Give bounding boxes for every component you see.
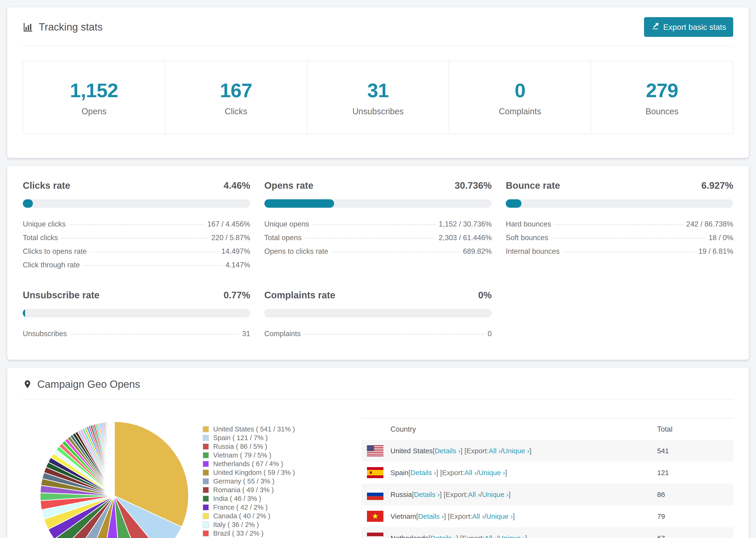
- legend-color-swatch: [203, 426, 209, 432]
- rate-value: 6.927%: [701, 180, 733, 191]
- progress-bar-fill: [264, 199, 334, 208]
- slash: /: [501, 447, 503, 455]
- stat-value: 31: [307, 79, 449, 102]
- bar-chart-icon: [23, 22, 33, 32]
- progress-bar: [23, 309, 250, 317]
- export-all-link[interactable]: All ›: [472, 512, 484, 520]
- total-cell: 86: [657, 491, 728, 499]
- legend-item: United Kingdom ( 59 / 3% ): [203, 468, 353, 477]
- geo-pie-chart: [32, 418, 196, 538]
- progress-bar-fill: [506, 199, 521, 208]
- export-unique-link[interactable]: Unique ›: [499, 534, 525, 538]
- bracket: [: [416, 512, 418, 520]
- rate-head: Complaints rate0%: [264, 290, 492, 300]
- bracket: ]: [525, 534, 527, 538]
- legend-color-swatch: [203, 469, 209, 476]
- total-cell: 121: [657, 469, 728, 477]
- table-row-vn: Vietnam [Details ›] [Export: All › / Uni…: [361, 506, 733, 527]
- rate-stat-row: Hard bounces242 / 86.738%: [506, 220, 733, 227]
- legend-color-swatch: [203, 487, 209, 493]
- legend-color-swatch: [203, 452, 209, 458]
- rate-block-clicks-rate: Clicks rate4.46%Unique clicks167 / 4.456…: [23, 180, 250, 268]
- export-unique-link[interactable]: Unique ›: [503, 447, 529, 455]
- legend-item: Vietnam ( 79 / 5% ): [203, 451, 353, 459]
- legend-color-swatch: [203, 504, 209, 511]
- legend-color-swatch: [203, 513, 209, 519]
- details-link[interactable]: Details ›: [430, 534, 456, 538]
- rate-stat-label: Unique opens: [264, 220, 309, 228]
- rate-value: 0%: [478, 290, 492, 300]
- rate-stat-row: Internal bounces19 / 6.81%: [506, 247, 733, 254]
- total-cell: 79: [657, 512, 728, 520]
- rate-stat-value: 0: [488, 330, 492, 338]
- rate-stat-label: Click through rate: [23, 261, 80, 269]
- export-unique-link[interactable]: Unique ›: [486, 512, 513, 520]
- rate-value: 30.736%: [455, 180, 492, 191]
- geo-title: Campaign Geo Opens: [37, 378, 140, 390]
- export-all-link[interactable]: All ›: [484, 534, 497, 538]
- tracking-stats-card: Tracking stats Export basic stats 1,152O…: [7, 7, 749, 158]
- progress-bar: [506, 199, 733, 208]
- legend-label: India ( 46 / 3% ): [213, 495, 261, 503]
- export-label: ] [Export:: [440, 491, 468, 499]
- flag-icon-es: [367, 467, 383, 478]
- stat-card-clicks: 167Clicks: [165, 61, 307, 134]
- rate-head: Opens rate30.736%: [264, 180, 492, 191]
- rate-stat-label: Opens to clicks rate: [264, 247, 328, 256]
- country-name: United States: [391, 447, 433, 455]
- flag-icon-ru: [367, 489, 383, 500]
- details-link[interactable]: Details ›: [418, 512, 444, 520]
- rates-row-1: Clicks rate4.46%Unique clicks167 / 4.456…: [23, 180, 733, 268]
- dotted-leader: [332, 252, 460, 252]
- stat-label: Complaints: [449, 107, 591, 116]
- progress-bar-fill: [23, 199, 33, 208]
- bracket: ]: [505, 469, 507, 477]
- geo-header-divider: [23, 399, 733, 400]
- progress-bar-fill: [23, 309, 25, 317]
- details-link[interactable]: Details ›: [435, 447, 460, 455]
- legend-item: India ( 46 / 3% ): [203, 494, 353, 503]
- rate-stat-row: Clicks to opens rate14.497%: [23, 247, 250, 254]
- details-link[interactable]: Details ›: [414, 491, 440, 499]
- export-all-link[interactable]: All ›: [464, 469, 477, 477]
- legend-color-swatch: [203, 478, 209, 484]
- dotted-leader: [61, 238, 208, 239]
- pie-slice-other-49[interactable]: [114, 422, 114, 496]
- legend-label: Vietnam ( 79 / 5% ): [213, 452, 271, 459]
- geo-header: Campaign Geo Opens: [23, 378, 733, 390]
- dotted-leader: [304, 334, 484, 335]
- legend-color-swatch: [203, 521, 209, 528]
- country-name: Vietnam: [391, 512, 416, 520]
- rate-stat-value: 242 / 86.738%: [686, 220, 733, 228]
- dotted-leader: [312, 224, 436, 225]
- export-all-link[interactable]: All ›: [489, 447, 501, 455]
- rate-stat-row: Click through rate4.147%: [23, 261, 250, 268]
- country-column-header: Country: [367, 425, 657, 434]
- export-unique-link[interactable]: Unique ›: [482, 491, 509, 499]
- legend-color-swatch: [203, 435, 209, 441]
- rate-stat-row: Total clicks220 / 5.87%: [23, 234, 250, 241]
- table-row-us: United States [Details ›] [Export: All ›…: [361, 440, 733, 462]
- export-basic-stats-button[interactable]: Export basic stats: [644, 17, 733, 37]
- header-divider: [23, 46, 733, 46]
- dotted-leader: [90, 252, 218, 252]
- bracket: [: [428, 534, 430, 538]
- export-all-link[interactable]: All ›: [468, 491, 480, 499]
- legend-color-swatch: [203, 496, 209, 502]
- legend-label: Romania ( 49 / 3% ): [213, 486, 274, 494]
- legend-label: United Kingdom ( 59 / 3% ): [213, 469, 295, 476]
- bracket: [: [408, 469, 410, 477]
- legend-item: United States ( 541 / 31% ): [203, 425, 353, 434]
- slash: /: [480, 491, 482, 499]
- export-unique-link[interactable]: Unique ›: [478, 469, 505, 477]
- rate-stat-label: Unsubscribes: [23, 330, 67, 338]
- rate-title: Clicks rate: [23, 180, 224, 191]
- legend-item: Spain ( 121 / 7% ): [203, 434, 353, 442]
- progress-bar: [264, 309, 492, 317]
- geo-table-header: Country Total: [361, 419, 733, 440]
- legend-color-swatch: [203, 443, 209, 450]
- rate-block-complaints-rate: Complaints rate0%Complaints0: [264, 290, 492, 337]
- details-link[interactable]: Details ›: [410, 469, 436, 477]
- export-label: ] [Export:: [444, 512, 472, 520]
- stat-value: 1,152: [23, 79, 165, 102]
